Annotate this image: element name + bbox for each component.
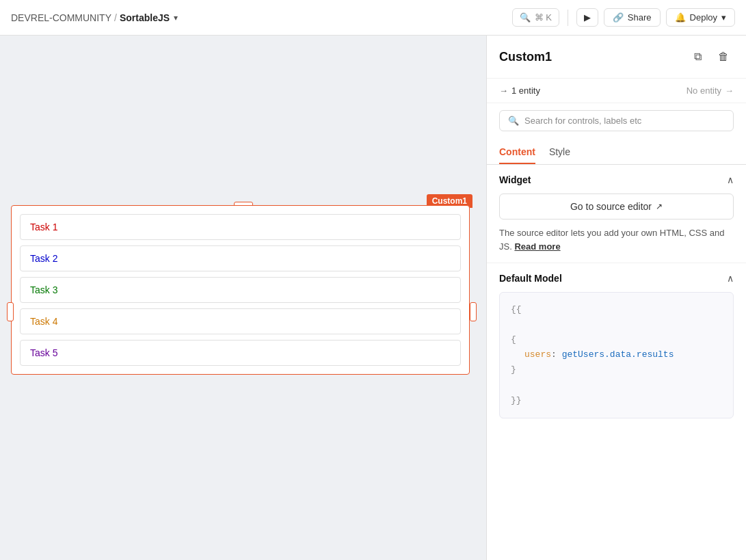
code-line-4: users: getUsers.data.results [511, 347, 722, 362]
deploy-button[interactable]: 🔔 Deploy ▾ [666, 8, 735, 27]
no-entity-label: No entity [687, 85, 721, 96]
share-button[interactable]: 🔗 Share [604, 8, 661, 27]
panel-header: Custom1 ⧉ 🗑 [487, 36, 746, 79]
canvas-handle-right[interactable] [470, 302, 477, 321]
source-editor-button[interactable]: Go to source editor ↗ [499, 194, 734, 219]
breadcrumb-sep: / [114, 12, 117, 23]
canvas-area[interactable]: Custom1 Task 1 Task 2 Task 3 Task 4 Task… [0, 36, 486, 560]
app-name[interactable]: SortableJS [120, 12, 170, 23]
right-panel: Custom1 ⧉ 🗑 → 1 entity No entity → 🔍 Sea… [486, 36, 746, 560]
default-model-title: Default Model [499, 273, 562, 284]
search-button[interactable]: 🔍 ⌘ K [512, 8, 559, 27]
source-editor-label: Go to source editor [570, 201, 652, 212]
panel-header-icons: ⧉ 🗑 [687, 46, 734, 67]
code-block[interactable]: {{ { users: getUsers.data.results } }} [499, 292, 734, 418]
entity-label: 1 entity [511, 85, 540, 96]
entity-row: → 1 entity No entity → [487, 79, 746, 103]
share-icon: 🔗 [613, 12, 624, 23]
search-bar-icon: 🔍 [508, 116, 519, 126]
copy-icon[interactable]: ⧉ [687, 46, 708, 67]
widget-section: Widget ∧ Go to source editor ↗ The sourc… [487, 165, 746, 263]
no-entity-arrow-icon: → [725, 85, 734, 96]
panel-title: Custom1 [499, 50, 682, 64]
widget-collapse-icon[interactable]: ∧ [727, 174, 734, 185]
read-more-link[interactable]: Read more [514, 241, 560, 252]
chevron-down-icon[interactable]: ▾ [174, 13, 178, 23]
task-item[interactable]: Task 3 [20, 277, 461, 303]
task-item[interactable]: Task 2 [20, 245, 461, 271]
code-line-1: {{ [511, 302, 722, 317]
canvas-handle-left[interactable] [7, 302, 14, 321]
search-kbd: ⌘ K [535, 12, 552, 23]
task-item[interactable]: Task 5 [20, 340, 461, 366]
source-editor-description: The source editor lets you add your own … [499, 226, 734, 253]
code-line-5: } [511, 362, 722, 377]
external-link-icon: ↗ [656, 202, 663, 211]
deploy-chevron-icon: ▾ [721, 12, 726, 23]
main-layout: Custom1 Task 1 Task 2 Task 3 Task 4 Task… [0, 36, 746, 560]
widget-section-title: Widget [499, 174, 531, 185]
play-button[interactable]: ▶ [576, 8, 598, 27]
delete-icon[interactable]: 🗑 [713, 46, 734, 67]
panel-tabs: Content Style [487, 141, 746, 165]
task-item[interactable]: Task 4 [20, 308, 461, 334]
topbar: DEVREL-COMMUNITY / SortableJS ▾ 🔍 ⌘ K ▶ … [0, 0, 746, 36]
bell-icon: 🔔 [675, 12, 686, 23]
canvas-widget-container: Task 1 Task 2 Task 3 Task 4 Task 5 [11, 205, 470, 375]
default-model-collapse-icon[interactable]: ∧ [727, 273, 734, 284]
arrow-right-icon: → [499, 85, 508, 96]
default-model-section: Default Model ∧ {{ { users: getUsers.dat… [487, 263, 746, 428]
entity-badge[interactable]: → 1 entity [499, 85, 540, 96]
breadcrumb: DEVREL-COMMUNITY / SortableJS ▾ [11, 12, 178, 23]
code-line-3: { [511, 332, 722, 347]
widget-section-header: Widget ∧ [499, 174, 734, 185]
code-line-2 [511, 317, 722, 332]
tab-style[interactable]: Style [549, 141, 570, 164]
task-item[interactable]: Task 1 [20, 214, 461, 240]
topbar-divider [568, 10, 568, 26]
search-icon: 🔍 [520, 12, 531, 23]
search-controls-bar[interactable]: 🔍 Search for controls, labels etc [499, 110, 734, 131]
no-entity-badge[interactable]: No entity → [687, 85, 734, 96]
play-icon: ▶ [584, 12, 591, 23]
tab-content[interactable]: Content [499, 141, 535, 164]
code-line-7: }} [511, 393, 722, 408]
code-line-6 [511, 377, 722, 392]
org-name[interactable]: DEVREL-COMMUNITY [11, 12, 111, 23]
default-model-header: Default Model ∧ [499, 273, 734, 284]
search-controls-placeholder: Search for controls, labels etc [524, 116, 641, 126]
